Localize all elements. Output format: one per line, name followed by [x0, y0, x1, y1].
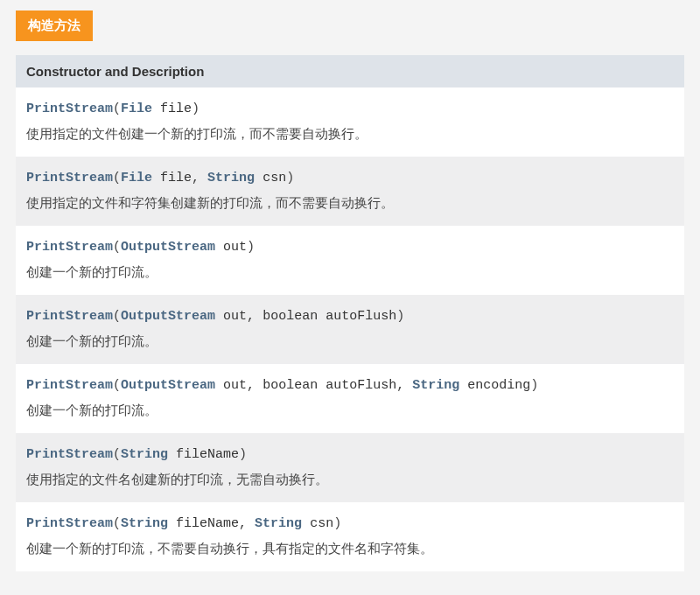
constructor-name-link[interactable]: PrintStream	[26, 447, 113, 462]
param-name: fileName	[176, 516, 239, 531]
constructor-signature: PrintStream(OutputStream out)	[26, 236, 674, 259]
param-type-link[interactable]: File	[121, 102, 152, 116]
param-name: file	[160, 171, 192, 186]
constructor-name-link[interactable]: PrintStream	[26, 516, 113, 531]
param-type-link[interactable]: String	[412, 378, 459, 393]
constructor-row: PrintStream(OutputStream out)创建一个新的打印流。	[16, 226, 684, 295]
constructor-name-link[interactable]: PrintStream	[26, 378, 113, 393]
constructor-signature: PrintStream(OutputStream out, boolean au…	[26, 374, 674, 397]
constructor-row: PrintStream(String fileName, String csn)…	[16, 502, 684, 571]
constructor-row: PrintStream(OutputStream out, boolean au…	[16, 295, 684, 364]
param-type-link[interactable]: String	[121, 447, 168, 462]
param-type-link[interactable]: String	[121, 516, 168, 531]
constructor-signature: PrintStream(File file)	[26, 98, 674, 121]
constructor-name-link[interactable]: PrintStream	[26, 171, 113, 186]
param-name: csn	[262, 171, 286, 186]
param-name: fileName	[176, 447, 239, 462]
constructor-row: PrintStream(OutputStream out, boolean au…	[16, 364, 684, 433]
param-name: out	[223, 378, 247, 393]
param-name: out	[223, 309, 247, 324]
param-type-link[interactable]: String	[207, 171, 255, 186]
constructor-description: 创建一个新的打印流。	[26, 330, 674, 353]
constructor-signature: PrintStream(String fileName, String csn)	[26, 513, 674, 536]
param-type-link[interactable]: String	[255, 516, 302, 531]
constructor-table: PrintStream(File file)使用指定的文件创建一个新的打印流，而…	[16, 88, 684, 571]
param-type-link[interactable]: OutputStream	[121, 378, 215, 393]
constructor-name-link[interactable]: PrintStream	[26, 309, 113, 324]
constructor-row: PrintStream(String fileName)使用指定的文件名创建新的…	[16, 433, 684, 502]
constructor-row: PrintStream(File file, String csn)使用指定的文…	[16, 157, 684, 226]
section-badge: 构造方法	[16, 10, 93, 41]
constructor-description: 使用指定的文件创建一个新的打印流，而不需要自动换行。	[26, 122, 674, 145]
constructor-name-link[interactable]: PrintStream	[26, 102, 113, 116]
param-type: boolean	[262, 309, 318, 324]
constructor-signature: PrintStream(File file, String csn)	[26, 167, 674, 190]
constructor-description: 创建一个新的打印流。	[26, 399, 674, 422]
param-name: out	[223, 240, 247, 255]
constructor-signature: PrintStream(String fileName)	[26, 444, 674, 466]
param-type: boolean	[262, 378, 318, 393]
constructor-description: 使用指定的文件名创建新的打印流，无需自动换行。	[26, 468, 674, 491]
constructor-description: 创建一个新的打印流，不需要自动换行，具有指定的文件名和字符集。	[26, 537, 674, 560]
constructor-description: 使用指定的文件和字符集创建新的打印流，而不需要自动换行。	[26, 192, 674, 214]
param-type-link[interactable]: OutputStream	[121, 240, 215, 255]
param-name: autoFlush	[326, 309, 396, 324]
param-name: encoding	[467, 378, 530, 393]
param-type-link[interactable]: File	[121, 171, 152, 186]
constructor-name-link[interactable]: PrintStream	[26, 240, 113, 255]
constructor-row: PrintStream(File file)使用指定的文件创建一个新的打印流，而…	[16, 88, 684, 157]
param-name: autoFlush	[326, 378, 396, 393]
table-header: Constructor and Description	[16, 55, 684, 88]
constructor-signature: PrintStream(OutputStream out, boolean au…	[26, 305, 674, 328]
param-name: file	[160, 102, 192, 116]
constructor-description: 创建一个新的打印流。	[26, 261, 674, 284]
param-type-link[interactable]: OutputStream	[121, 309, 215, 324]
param-name: csn	[310, 516, 333, 531]
